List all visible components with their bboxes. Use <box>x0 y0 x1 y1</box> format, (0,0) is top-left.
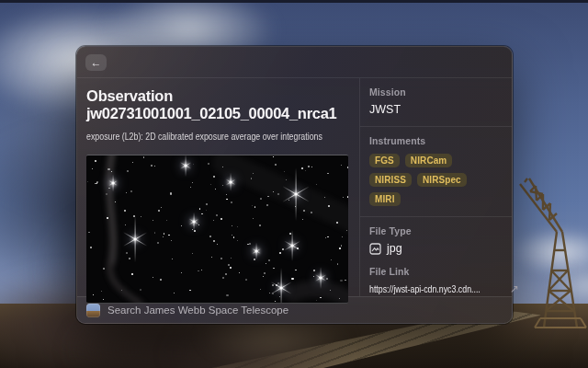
derrick-tower <box>507 173 588 335</box>
star <box>192 182 193 183</box>
star <box>339 247 341 249</box>
star <box>272 293 273 293</box>
star <box>163 236 164 237</box>
instrument-tags: FGSNIRCamNIRISSNIRSpecMIRI <box>369 154 494 206</box>
star <box>189 290 191 292</box>
star <box>295 206 296 207</box>
instruments-section: Instruments FGSNIRCamNIRISSNIRSpecMIRI <box>360 127 512 217</box>
star <box>220 258 222 259</box>
star <box>260 198 262 200</box>
star <box>166 220 167 221</box>
star <box>347 167 348 168</box>
star <box>233 236 234 237</box>
star <box>301 167 303 169</box>
star <box>266 204 268 206</box>
star <box>107 217 108 219</box>
instrument-tag: NIRISS <box>369 173 412 187</box>
star <box>106 193 107 195</box>
instrument-tag: MIRI <box>369 192 401 206</box>
observation-description: exposure (L2b): 2D calibrated exposure a… <box>86 131 350 142</box>
observation-image <box>86 155 348 304</box>
desktop-wallpaper: ← Observation jw02731001001_02105_00004_… <box>0 0 588 368</box>
star <box>245 279 247 281</box>
star <box>225 273 227 275</box>
star <box>220 218 222 220</box>
extension-name: Search James Webb Space Telescope <box>107 305 288 316</box>
file-link-label: File Link <box>369 266 503 277</box>
metadata-sidebar: Mission JWST Instruments FGSNIRCamNIRISS… <box>359 78 512 296</box>
star <box>192 253 193 254</box>
star <box>345 280 346 282</box>
observation-title: Observation <box>86 87 350 105</box>
file-type-row: jpg <box>369 242 503 255</box>
star <box>125 224 126 225</box>
star <box>237 226 238 227</box>
star <box>93 294 94 295</box>
star <box>161 207 162 208</box>
star <box>254 206 255 207</box>
star <box>206 210 207 211</box>
star <box>228 264 230 266</box>
star <box>340 280 342 282</box>
star <box>216 214 218 216</box>
nebula-filaments <box>86 155 348 303</box>
star <box>209 236 211 237</box>
star <box>164 233 165 235</box>
screen-top-edge <box>0 0 588 3</box>
window-header: ← <box>77 47 512 78</box>
star <box>222 277 224 279</box>
star <box>249 243 251 245</box>
star <box>107 168 109 170</box>
star <box>190 187 191 188</box>
star <box>154 232 156 234</box>
instrument-tag: NIRSpec <box>417 173 467 187</box>
star <box>115 201 116 202</box>
star <box>325 237 326 238</box>
star <box>311 212 312 213</box>
raycast-window: ← Observation jw02731001001_02105_00004_… <box>76 46 513 324</box>
file-type-label: File Type <box>369 225 503 236</box>
star <box>291 278 293 280</box>
star <box>103 299 104 300</box>
file-link-row[interactable]: https://jwst-api-cdn.nyc3.cdn.... ↗ <box>369 282 503 295</box>
star <box>213 220 214 221</box>
star <box>273 268 274 269</box>
instrument-tag: NIRCam <box>405 154 453 167</box>
back-button[interactable]: ← <box>85 54 107 71</box>
star <box>277 282 279 284</box>
mission-label: Mission <box>369 86 503 98</box>
star <box>336 222 338 224</box>
star <box>253 173 254 174</box>
mission-value: JWST <box>369 103 503 116</box>
star <box>217 244 218 245</box>
star <box>277 193 279 195</box>
star <box>222 167 223 167</box>
star <box>201 270 202 270</box>
star <box>198 270 199 272</box>
star <box>153 277 153 278</box>
star <box>341 165 342 166</box>
star <box>326 278 328 280</box>
external-link-icon: ↗ <box>510 282 519 295</box>
star <box>297 247 299 249</box>
star <box>124 210 126 212</box>
observation-id: jw02731001001_02105_00004_nrca1 <box>86 105 350 122</box>
star <box>276 284 277 286</box>
star <box>129 258 130 259</box>
observation-description-text: exposure (L2b): 2D calibrated exposure a… <box>86 131 322 142</box>
star <box>171 240 172 241</box>
star <box>226 194 227 195</box>
back-arrow-icon: ← <box>91 57 102 68</box>
extension-icon <box>86 304 100 317</box>
star <box>253 218 254 219</box>
star <box>284 171 285 172</box>
window-body: Observation jw02731001001_02105_00004_nr… <box>77 78 512 296</box>
star <box>230 267 232 269</box>
star <box>131 273 133 275</box>
star <box>313 276 314 277</box>
star <box>121 290 122 291</box>
star <box>266 263 266 264</box>
image-file-icon <box>369 243 381 255</box>
star <box>273 191 274 192</box>
file-type-value: jpg <box>387 242 402 255</box>
